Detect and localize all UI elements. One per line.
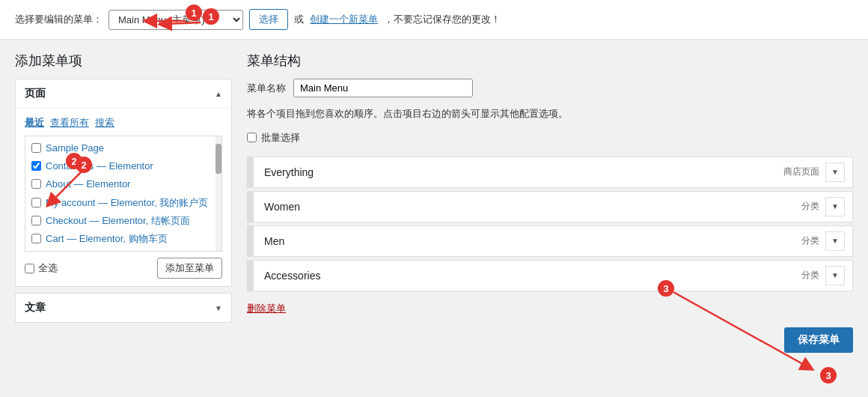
menu-item-handle-1[interactable] (248, 192, 254, 222)
batch-select-row: 批量选择 (247, 131, 853, 145)
save-row: 保存菜单 (247, 327, 853, 353)
menu-name-row: 菜单名称 (247, 79, 853, 97)
page-item-checkbox-3[interactable] (31, 198, 41, 207)
page-item-label-2: About — Elementor (46, 178, 130, 191)
select-all-text: 全选 (38, 261, 58, 275)
menu-item-label-2: Men (254, 235, 801, 247)
articles-accordion-header[interactable]: 文章 ▼ (16, 294, 231, 322)
articles-section: 文章 ▼ (15, 293, 232, 323)
menu-name-input[interactable] (293, 79, 473, 97)
articles-chevron-icon: ▼ (215, 304, 222, 312)
menu-item-expand-3[interactable]: ▼ (825, 266, 845, 285)
pages-accordion-body: 最近 查看所有 搜索 Sample Page Contact Us — Elem… (16, 108, 231, 286)
left-panel: 添加菜单项 页面 ▲ 最近 查看所有 搜索 Sampl (15, 52, 232, 323)
create-menu-link[interactable]: 创建一个新菜单 (310, 13, 378, 26)
menu-item-label-3: Accessories (254, 270, 801, 282)
menu-item-tag-0: 商店页面 (783, 166, 819, 178)
select-all-checkbox[interactable] (25, 264, 34, 273)
list-item: Contact Us — Elementor (25, 157, 221, 175)
page-item-checkbox-2[interactable] (31, 179, 41, 189)
page-list-scroll: Sample Page Contact Us — Elementor About… (25, 136, 222, 252)
right-panel-title: 菜单结构 (247, 52, 853, 70)
page-item-label-1: Contact Us — Elementor (46, 160, 153, 173)
select-all-label[interactable]: 全选 (25, 261, 58, 275)
tab-view-all[interactable]: 查看所有 (50, 116, 89, 130)
select-button[interactable]: 选择 (249, 9, 288, 30)
page-item-label-5: Cart — Elementor, 购物车页 (46, 232, 168, 246)
menu-item-tag-2: 分类 (801, 234, 819, 247)
add-to-menu-button[interactable]: 添加至菜单 (157, 258, 222, 279)
menu-item-expand-1[interactable]: ▼ (825, 197, 845, 216)
page-item-checkbox-0[interactable] (31, 143, 41, 153)
pages-chevron-icon: ▲ (215, 90, 222, 98)
save-menu-button[interactable]: 保存菜单 (784, 327, 853, 353)
menu-name-label: 菜单名称 (247, 82, 286, 95)
menu-item-label-1: Women (254, 201, 801, 213)
page-tabs: 最近 查看所有 搜索 (25, 116, 222, 130)
menu-item-tag-3: 分类 (801, 269, 819, 282)
page-item-label-0: Sample Page (46, 142, 104, 155)
tab-search[interactable]: 搜索 (95, 116, 114, 130)
list-item: My account — Elementor, 我的账户页 (25, 194, 221, 212)
page-item-label-4: Checkout — Elementor, 结帐页面 (46, 214, 190, 228)
menu-item-expand-2[interactable]: ▼ (825, 231, 845, 251)
left-panel-title: 添加菜单项 (15, 52, 232, 70)
menu-item-right-1: 分类 ▼ (801, 197, 852, 216)
bottom-row: 全选 添加至菜单 (25, 258, 222, 279)
main-content: 添加菜单项 页面 ▲ 最近 查看所有 搜索 Sampl (0, 40, 868, 365)
menu-item-tag-1: 分类 (801, 200, 819, 213)
menu-item-handle-3[interactable] (248, 261, 254, 291)
batch-select-label: 批量选择 (261, 131, 300, 145)
topbar-or: 或 (294, 13, 304, 26)
pages-accordion-header[interactable]: 页面 ▲ (16, 79, 231, 108)
delete-menu-link[interactable]: 删除菜单 (247, 302, 286, 315)
topbar-hint: ，不要忘记保存您的更改！ (384, 13, 501, 26)
page-item-label-3: My account — Elementor, 我的账户页 (46, 196, 208, 210)
top-bar: 选择要编辑的菜单： Main Menu (主菜单) Secondary Menu… (0, 0, 868, 40)
menu-item-right-3: 分类 ▼ (801, 266, 852, 285)
list-item: Sample Page (25, 139, 221, 157)
scrollbar-thumb (216, 144, 221, 174)
menu-select-wrapper: Main Menu (主菜单) Secondary Menu Footer Me… (109, 10, 243, 30)
menu-hint: 将各个项目拖到您喜欢的顺序。点击项目右边的箭头可显示其他配置选项。 (247, 106, 853, 122)
menu-item-right-2: 分类 ▼ (801, 231, 852, 251)
menu-select-dropdown[interactable]: Main Menu (主菜单) Secondary Menu Footer Me… (109, 10, 243, 30)
menu-items: Everything 商店页面 ▼ Women 分类 ▼ (247, 157, 853, 291)
list-item: Cart — Elementor, 购物车页 (25, 230, 221, 248)
list-item: About — Elementor (25, 175, 221, 193)
scrollbar[interactable] (216, 136, 221, 251)
menu-item-expand-0[interactable]: ▼ (825, 163, 845, 182)
tab-recent[interactable]: 最近 (25, 116, 44, 130)
page-item-checkbox-5[interactable] (31, 234, 41, 243)
topbar-label: 选择要编辑的菜单： (15, 13, 103, 26)
menu-item-row-0: Everything 商店页面 ▼ (247, 157, 853, 188)
pages-section: 页面 ▲ 最近 查看所有 搜索 Sample Page (15, 79, 232, 287)
menu-item-row-1: Women 分类 ▼ (247, 191, 853, 222)
articles-header-label: 文章 (25, 301, 46, 315)
pages-header-label: 页面 (25, 87, 46, 100)
menu-item-row-2: Men 分类 ▼ (247, 225, 853, 257)
menu-item-handle-0[interactable] (248, 157, 254, 187)
batch-select-checkbox[interactable] (247, 133, 257, 142)
menu-item-label-0: Everything (254, 166, 783, 178)
menu-item-row-3: Accessories 分类 ▼ (247, 260, 853, 291)
menu-item-right-0: 商店页面 ▼ (783, 163, 852, 182)
page-item-checkbox-4[interactable] (31, 216, 41, 225)
list-item: Checkout — Elementor, 结帐页面 (25, 212, 221, 230)
menu-item-handle-2[interactable] (248, 226, 254, 256)
page-item-checkbox-1[interactable] (31, 161, 41, 171)
right-panel: 菜单结构 菜单名称 将各个项目拖到您喜欢的顺序。点击项目右边的箭头可显示其他配置… (247, 52, 853, 353)
annotation-3: 3 (820, 367, 837, 384)
